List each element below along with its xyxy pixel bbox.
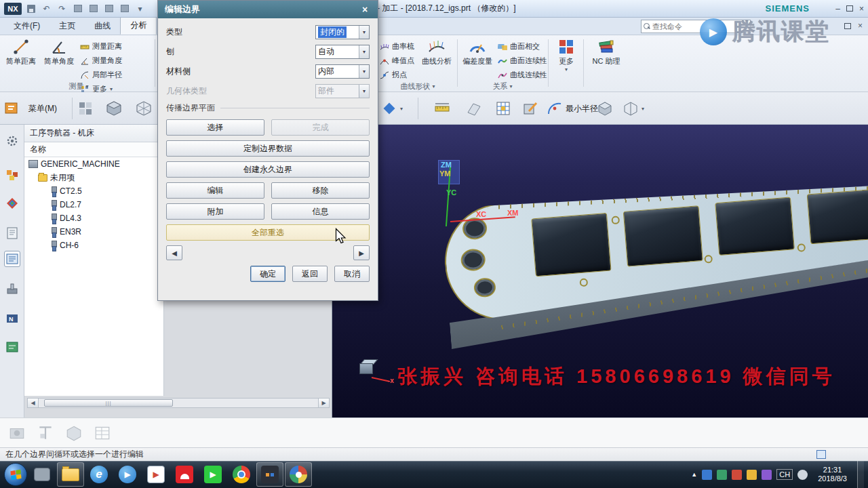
- group-label-curve-shape[interactable]: 曲线形状 ▾: [380, 81, 456, 92]
- navigator-hscrollbar[interactable]: ◀ ||| ▶: [27, 398, 330, 408]
- language-indicator[interactable]: CH: [776, 469, 793, 480]
- paste-icon[interactable]: [102, 2, 115, 15]
- tree-row-generic-machine[interactable]: GENERIC_MACHINE: [24, 157, 163, 171]
- start-button[interactable]: [4, 463, 27, 486]
- analysis-more-button[interactable]: 更多 ▾: [552, 38, 580, 80]
- dropdown-icon[interactable]: ▾: [359, 45, 369, 58]
- assembly-navigator-icon[interactable]: [4, 167, 20, 183]
- tray-expand-icon[interactable]: ▲: [691, 471, 697, 478]
- scroll-left-icon[interactable]: ◀: [28, 399, 39, 407]
- curve-analysis-button[interactable]: 曲线分析: [418, 38, 456, 80]
- tree-row-tool-dl27[interactable]: DL2.7: [24, 198, 163, 211]
- dialog-close-icon[interactable]: ×: [359, 3, 371, 16]
- close-button[interactable]: ×: [859, 4, 864, 14]
- tray-icon-green[interactable]: [717, 470, 727, 480]
- taskbar-app-dark[interactable]: [256, 462, 283, 487]
- curve-continuity-button[interactable]: 曲线连续性: [498, 69, 547, 81]
- taskbar-app-iqiyi[interactable]: ▶: [199, 462, 226, 487]
- surface-continuity-button[interactable]: 曲面连续性: [498, 55, 547, 66]
- taskbar-clock[interactable]: 21:31 2018/8/3: [812, 466, 852, 483]
- volume-icon[interactable]: [797, 470, 808, 480]
- nc-assistant-button[interactable]: NC 助理: [587, 38, 625, 80]
- tree-row-tool-dl43[interactable]: DL4.3: [24, 211, 163, 225]
- edit-button[interactable]: 编辑: [166, 182, 264, 199]
- min-radius-button[interactable]: 最小半径: [547, 99, 598, 118]
- deviation-gauge-button[interactable]: 偏差度量: [460, 38, 495, 80]
- copy-icon[interactable]: [87, 2, 100, 15]
- tab-file[interactable]: 文件(F): [4, 18, 50, 35]
- shaded-view-icon[interactable]: [106, 99, 122, 118]
- operation-navigator-icon[interactable]: [4, 251, 20, 267]
- constraint-navigator-icon[interactable]: [4, 195, 20, 211]
- tab-home[interactable]: 主页: [50, 18, 85, 35]
- back-button[interactable]: 返回: [292, 266, 328, 282]
- show-desktop-button[interactable]: [857, 461, 864, 488]
- nx-logo-icon[interactable]: NX: [4, 3, 22, 15]
- taskbar-app-ie[interactable]: e: [85, 462, 113, 487]
- next-boundary-button[interactable]: ▶: [353, 245, 370, 260]
- taskbar-app-tmall[interactable]: [171, 462, 198, 487]
- group-label-measure[interactable]: 测量 ▾: [1, 81, 156, 92]
- view-cube-icon[interactable]: [65, 424, 83, 442]
- curvature-comb-button[interactable]: 曲率梳: [380, 41, 414, 52]
- display-solid-icon[interactable]: [597, 99, 613, 118]
- navigator-column-name[interactable]: 名称: [24, 142, 163, 157]
- group-label-relation[interactable]: 关系 ▾: [460, 81, 545, 92]
- measure-distance-button[interactable]: 测量距离: [80, 41, 122, 52]
- status-window-icon[interactable]: [816, 450, 826, 459]
- previous-boundary-button[interactable]: ◀: [166, 245, 182, 260]
- measure-angle-button[interactable]: 测量角度: [80, 55, 122, 66]
- display-mode-dropdown[interactable]: ▾: [623, 99, 644, 118]
- qat-dropdown-icon[interactable]: ▾: [134, 2, 146, 15]
- section-tool-icon[interactable]: [37, 424, 54, 442]
- material-side-dropdown[interactable]: 内部 ▾: [315, 64, 370, 79]
- wireframe-view-icon[interactable]: [136, 99, 152, 118]
- ok-button[interactable]: 确定: [250, 266, 285, 282]
- dropdown-icon[interactable]: ▾: [359, 26, 369, 39]
- cancel-button[interactable]: 取消: [334, 266, 370, 282]
- tree-row-tool-en3r[interactable]: EN3R: [24, 225, 163, 239]
- surface-intersect-button[interactable]: 曲面相交: [498, 41, 547, 52]
- tray-icon-red[interactable]: [732, 470, 742, 480]
- maximize-button[interactable]: [846, 5, 853, 12]
- snapshot-icon[interactable]: [8, 424, 26, 442]
- tab-curve[interactable]: 曲线: [85, 18, 120, 35]
- edit-object-display-icon[interactable]: [522, 99, 538, 118]
- dropdown-icon[interactable]: ▾: [642, 106, 644, 112]
- tray-icon-purple[interactable]: [762, 470, 772, 480]
- undo-icon[interactable]: ↶: [40, 2, 53, 15]
- restore-down-icon[interactable]: [844, 23, 851, 29]
- custom-boundary-data-button[interactable]: 定制边界数据: [166, 140, 370, 157]
- scroll-thumb[interactable]: |||: [44, 399, 173, 407]
- selection-scope-icon[interactable]: ▾: [381, 99, 403, 118]
- menu-button[interactable]: 菜单(M): [22, 99, 64, 118]
- info-button[interactable]: 信息: [271, 203, 370, 220]
- taskbar-app-explorer[interactable]: [57, 462, 84, 487]
- inflection-point-button[interactable]: 拐点: [380, 69, 414, 81]
- type-dropdown[interactable]: 封闭的 ▾: [315, 25, 370, 39]
- plane-dropdown[interactable]: 自动 ▾: [315, 45, 370, 59]
- taskbar-app-tencent-classroom[interactable]: ▶: [114, 462, 141, 487]
- local-radius-button[interactable]: 局部半径: [80, 69, 122, 81]
- search-input[interactable]: [652, 22, 743, 30]
- tree-row-tool-ct25[interactable]: CT2.5: [24, 184, 163, 198]
- peak-point-button[interactable]: 峰值点: [380, 55, 414, 66]
- window-switch-icon[interactable]: [118, 2, 131, 15]
- select-button[interactable]: 选择: [166, 119, 264, 136]
- part-navigator-icon[interactable]: [4, 225, 20, 241]
- append-button[interactable]: 附加: [166, 203, 264, 220]
- dropdown-icon[interactable]: ▾: [400, 106, 403, 112]
- save-icon[interactable]: [24, 2, 37, 15]
- templates-icon[interactable]: N: [4, 310, 20, 327]
- tree-row-unused-items[interactable]: 未用项: [24, 171, 163, 184]
- process-assistant-icon[interactable]: [4, 339, 20, 355]
- roles-gear-icon[interactable]: [4, 133, 20, 149]
- simple-angle-button[interactable]: 简单角度: [41, 38, 77, 80]
- remove-button[interactable]: 移除: [271, 182, 370, 199]
- machined-part[interactable]: [441, 171, 868, 353]
- roller-pattern-icon[interactable]: [77, 99, 94, 118]
- taskbar-app-nx-viewer[interactable]: [285, 462, 312, 487]
- simple-distance-button[interactable]: 简单距离: [3, 38, 39, 80]
- cut-icon[interactable]: [71, 2, 84, 15]
- dropdown-icon[interactable]: ▾: [359, 65, 369, 78]
